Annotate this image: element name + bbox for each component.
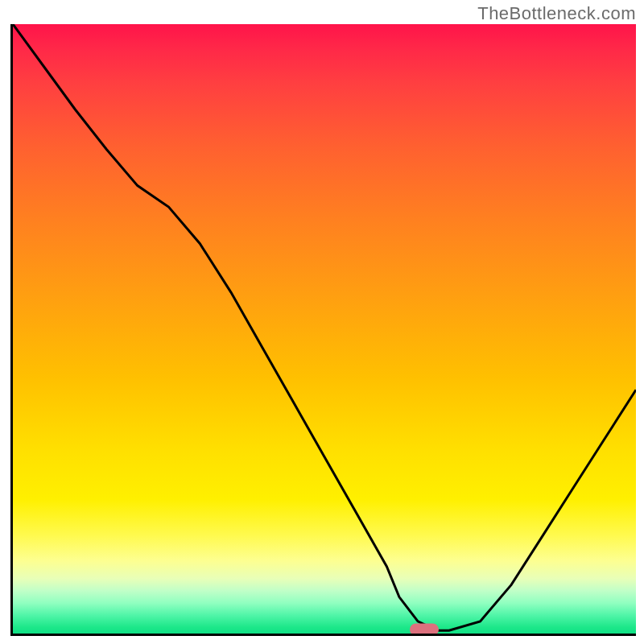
watermark-text: TheBottleneck.com — [477, 3, 636, 24]
curve-svg — [13, 24, 636, 634]
bottleneck-curve — [13, 24, 636, 630]
optimum-marker — [410, 623, 439, 635]
plot-area — [10, 24, 636, 636]
